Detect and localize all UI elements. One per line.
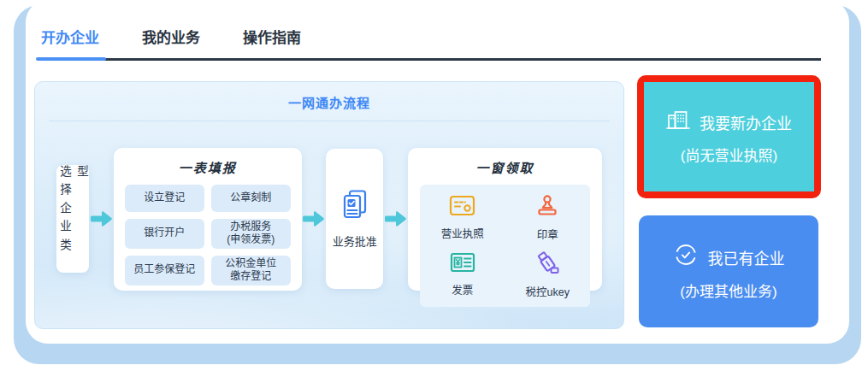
pickup-items: 营业执照 印章 [420,185,590,307]
approval-documents-icon [340,189,370,225]
new-enterprise-sublabel: (尚无营业执照) [681,144,777,165]
one-form-title: 一表填报 [114,158,302,176]
one-form-items: 设立登记 公章刻制 银行开户 办税服务 (申领发票) 员工参保登记 公积金单位 … [125,185,291,286]
office-building-icon [666,109,690,136]
panel-title: 一网通办流程 [35,82,623,111]
content-area: 一网通办流程 选择企业类型 一表填报 设立登记 公章刻制 银行 [34,81,849,329]
pill-employee-insurance: 员工参保登记 [125,256,204,286]
pickup-item-business-license: 营业执照 [420,194,505,242]
pickup-item-label: 印章 [537,226,558,242]
one-window-title: 一窗领取 [408,158,602,176]
business-license-icon [449,194,475,221]
tab-my-business[interactable]: 我的业务 [142,26,200,58]
pill-establishment-registration: 设立登记 [125,185,204,212]
pill-tax-service: 办税服务 (申领发票) [211,219,291,249]
red-highlight-box: 我要新办企业 (尚无营业执照) [637,75,821,198]
step-business-approval: 业务批准 [326,149,383,289]
existing-enterprise-button[interactable]: 我已有企业 (办理其他业务) [639,215,818,327]
flow-arrow-icon [384,210,407,227]
invoice-icon [450,251,475,277]
screenshot-stage: 开办企业 我的业务 操作指南 一网通办流程 选择企业类型 一表填报 [0,0,868,371]
flow-arrow-icon [302,210,325,227]
seal-icon [535,194,559,221]
circle-check-icon [673,242,699,272]
step-one-form-filing: 一表填报 设立登记 公章刻制 银行开户 办税服务 (申领发票) 员工参保登记 公… [114,148,302,291]
pill-housing-fund: 公积金单位 缴存登记 [211,256,291,286]
pill-bank-account: 银行开户 [125,219,204,249]
tab-bar: 开办企业 我的业务 操作指南 [41,26,821,61]
pickup-item-tax-ukey: 税控ukey [505,251,590,299]
action-buttons-column: 我要新办企业 (尚无营业执照) 我已有企业 [637,75,821,327]
pickup-item-label: 发票 [452,281,473,297]
select-type-label: 选择企业类型 [56,165,90,273]
pickup-item-label: 税控ukey [526,283,570,299]
flow-arrow-icon [90,210,113,227]
approval-label: 业务批准 [333,233,377,249]
pickup-item-label: 营业执照 [441,225,484,241]
new-enterprise-label: 我要新办企业 [700,111,792,133]
tax-ukey-icon [534,251,560,279]
tab-operation-guide[interactable]: 操作指南 [243,26,301,58]
pill-seal-engraving: 公章刻制 [211,185,291,212]
pickup-item-invoice: 发票 [420,251,505,299]
step-one-window-pickup: 一窗领取 [408,148,602,291]
step-select-enterprise-type: 选择企业类型 [56,165,89,273]
one-net-process-panel: 一网通办流程 选择企业类型 一表填报 设立登记 公章刻制 银行 [34,81,624,329]
existing-enterprise-label: 我已有企业 [708,246,785,268]
process-flow: 选择企业类型 一表填报 设立登记 公章刻制 银行开户 办税服务 (申领发票) 员… [35,121,623,316]
main-card: 开办企业 我的业务 操作指南 一网通办流程 选择企业类型 一表填报 [26,0,849,344]
tab-start-enterprise[interactable]: 开办企业 [41,26,99,58]
new-enterprise-button[interactable]: 我要新办企业 (尚无营业执照) [644,82,814,191]
pickup-item-seal: 印章 [505,194,590,242]
existing-enterprise-sublabel: (办理其他业务) [680,280,776,301]
